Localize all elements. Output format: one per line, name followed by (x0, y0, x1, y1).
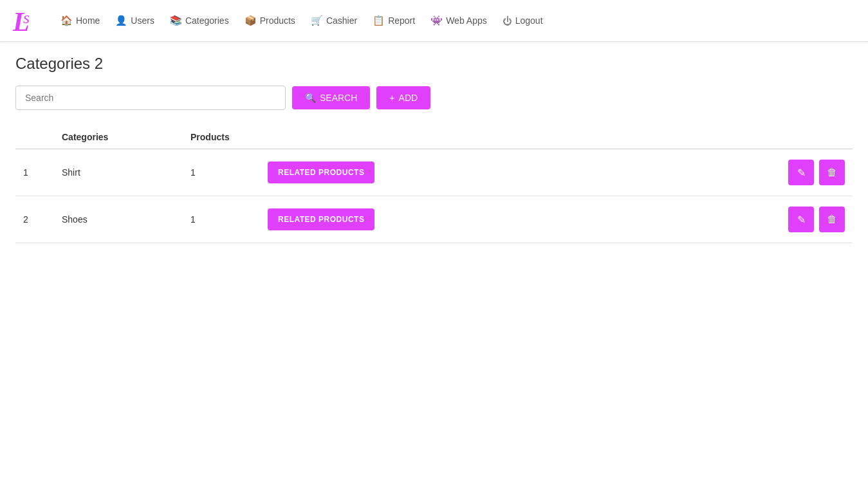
cell-num: 2 (15, 196, 54, 243)
search-icon: 🔍 (305, 93, 316, 103)
plus-icon: + (389, 93, 394, 103)
edit-button[interactable]: ✎ (788, 207, 814, 232)
cell-spacer (389, 149, 775, 196)
webapps-icon: 👾 (430, 15, 443, 26)
trash-icon: 🗑 (827, 214, 837, 225)
cell-products: 1 (183, 196, 260, 243)
nav-users[interactable]: 👤Users (109, 10, 161, 32)
related-products-button[interactable]: RELATED PRODUCTS (268, 208, 374, 230)
brand-logo: L s (10, 4, 44, 37)
nav-report[interactable]: 📋Report (366, 10, 421, 32)
nav-webapps[interactable]: 👾Web Apps (424, 10, 494, 32)
col-header-categories: Categories (54, 125, 183, 149)
cell-related-btn: RELATED PRODUCTS (260, 149, 389, 196)
cell-spacer (389, 196, 775, 243)
col-header-products: Products (183, 125, 260, 149)
col-header-actions (775, 125, 853, 149)
nav-cashier[interactable]: 🛒Cashier (304, 10, 364, 32)
search-input[interactable] (15, 86, 286, 110)
nav-home[interactable]: 🏠Home (54, 10, 106, 32)
table-row: 2 Shoes 1 RELATED PRODUCTS ✎ 🗑 (15, 196, 853, 243)
home-icon: 🏠 (60, 15, 73, 26)
edit-button[interactable]: ✎ (788, 160, 814, 185)
cashier-icon: 🛒 (311, 15, 323, 26)
nav-logout[interactable]: ⏻Logout (496, 10, 549, 32)
search-button[interactable]: 🔍 SEARCH (292, 86, 370, 109)
page-title: Categories 2 (15, 55, 853, 73)
cell-actions: ✎ 🗑 (775, 149, 853, 196)
related-products-button[interactable]: RELATED PRODUCTS (268, 162, 374, 183)
search-row: 🔍 SEARCH + ADD (15, 86, 853, 110)
delete-button[interactable]: 🗑 (819, 160, 845, 185)
logout-icon: ⏻ (503, 15, 512, 26)
page-content: Categories 2 🔍 SEARCH + ADD Categories P… (0, 42, 868, 256)
users-icon: 👤 (115, 15, 127, 26)
svg-text:s: s (23, 8, 30, 27)
trash-icon: 🗑 (827, 167, 837, 178)
cell-num: 1 (15, 149, 54, 196)
edit-icon: ✎ (797, 167, 806, 179)
edit-icon: ✎ (797, 214, 806, 226)
cell-related-btn: RELATED PRODUCTS (260, 196, 389, 243)
col-header-num (15, 125, 54, 149)
delete-button[interactable]: 🗑 (819, 207, 845, 232)
report-icon: 📋 (373, 15, 385, 26)
navbar: L s 🏠Home 👤Users 📚Categories 📦Products 🛒… (0, 0, 868, 42)
nav-products[interactable]: 📦Products (238, 10, 302, 32)
nav-categories[interactable]: 📚Categories (163, 10, 235, 32)
categories-icon: 📚 (170, 15, 182, 26)
categories-table: Categories Products 1 Shirt 1 RELATED PR… (15, 125, 853, 243)
col-header-spacer (389, 125, 775, 149)
nav-links: 🏠Home 👤Users 📚Categories 📦Products 🛒Cash… (54, 10, 549, 32)
cell-name: Shoes (54, 196, 183, 243)
cell-products: 1 (183, 149, 260, 196)
cell-actions: ✎ 🗑 (775, 196, 853, 243)
col-header-related (260, 125, 389, 149)
cell-name: Shirt (54, 149, 183, 196)
add-button[interactable]: + ADD (376, 86, 430, 109)
table-row: 1 Shirt 1 RELATED PRODUCTS ✎ 🗑 (15, 149, 853, 196)
products-icon: 📦 (245, 15, 257, 26)
